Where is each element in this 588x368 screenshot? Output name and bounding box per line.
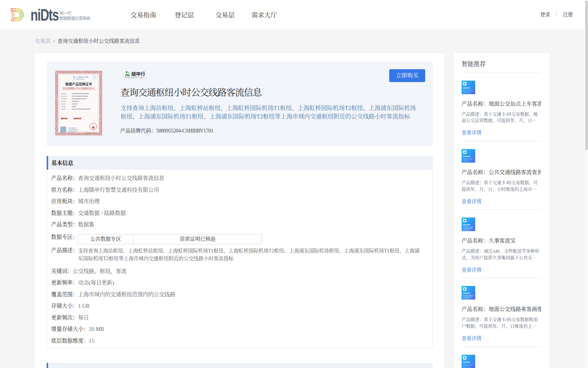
- svg-text:随申行: 随申行: [132, 71, 146, 77]
